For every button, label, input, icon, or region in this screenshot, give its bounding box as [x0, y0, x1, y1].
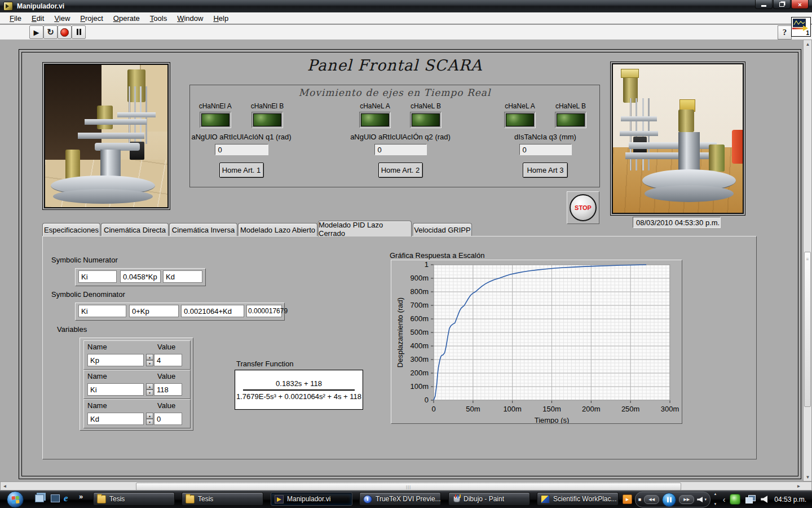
tab-cinematica-inversa[interactable]: Cinemática Inversa [169, 223, 237, 236]
media-pause-button[interactable] [662, 493, 676, 507]
top-plate [117, 112, 156, 117]
spinner-down-icon[interactable]: ▼ [146, 389, 153, 396]
q1-input[interactable]: 0 [215, 144, 268, 155]
taskbar: e » Tesis Tesis Manipulador.vi TrueTeX D… [0, 491, 812, 508]
variable-row-kd: Name Value Kd ▲ ▼ 0 [83, 399, 191, 428]
tray-chevron-icon[interactable]: ‹ [723, 495, 726, 504]
home-art-1-button[interactable]: Home Art. 1 [219, 163, 264, 178]
v-scroll-down-icon[interactable]: ▼ [805, 474, 811, 480]
minimize-button[interactable] [755, 0, 773, 9]
arm-plate-lower [625, 152, 720, 159]
variable-value-field[interactable]: 0 [154, 413, 182, 425]
home-art-3-button[interactable]: Home Art 3 [523, 163, 568, 178]
stop-button[interactable]: STOP [570, 194, 597, 221]
menu-item-operate[interactable]: Operate [108, 13, 145, 24]
variable-value-field[interactable]: 4 [154, 354, 182, 366]
task-button-tesis-2[interactable]: Tesis [182, 492, 263, 506]
paint-icon [453, 496, 460, 502]
h-scrollbar[interactable]: ◄ ||| ► [0, 481, 812, 491]
task-button-paint[interactable]: Dibujo - Paint [448, 492, 530, 506]
q3-input[interactable]: 0 [519, 144, 572, 155]
menu-item-help[interactable]: Help [208, 13, 233, 24]
system-tray: ‹ 04:53 p.m. [723, 491, 812, 508]
h-scroll-thumb[interactable]: ||| [136, 483, 681, 491]
quick-launch-chevron-icon[interactable]: » [79, 492, 83, 501]
task-button-tesis-1[interactable]: Tesis [93, 492, 175, 506]
spinner-up-icon[interactable]: ▲ [146, 354, 153, 360]
task-button-truetex[interactable]: TrueTeX DVI Previe... [359, 492, 441, 506]
tray-network-icon[interactable] [745, 495, 756, 503]
spinner-down-icon[interactable]: ▼ [146, 360, 153, 366]
step-response-chart: 050m100m150m200m250m300m0100m200m300m400… [391, 260, 682, 424]
numerator-cell-0[interactable]: Ki [78, 270, 117, 283]
media-next-button[interactable]: ▶▶ [679, 495, 694, 504]
home-art-2-button[interactable]: Home Art. 2 [378, 163, 423, 178]
media-volume-button[interactable]: ▼ [697, 497, 707, 502]
tab-velocidad-gripp[interactable]: Velocidad GRIPP [413, 223, 472, 236]
deskband-resize-control[interactable]: ▲▼ [712, 492, 718, 506]
svg-text:800m: 800m [410, 287, 429, 296]
spinner-up-icon[interactable]: ▲ [146, 413, 153, 419]
denominator-cell-2[interactable]: 0.0021064+Kd [181, 305, 244, 317]
restore-button[interactable] [773, 0, 791, 9]
tab-modelado-pid-lazo-cerrado[interactable]: Modelado PID Lazo Cerrado [318, 221, 412, 237]
close-button[interactable]: × [791, 0, 809, 9]
v-scrollbar[interactable]: ▲ ≡ ▼ [803, 40, 812, 481]
taskbar-clock: 04:53 p.m. [774, 496, 806, 503]
menu-item-window[interactable]: Window [172, 13, 208, 24]
variable-name-field[interactable]: Ki [87, 383, 144, 396]
stop-frame: STOP [567, 191, 599, 224]
variable-value-field[interactable]: 118 [154, 383, 182, 396]
variable-name-field[interactable]: Kp [87, 354, 144, 366]
media-toolbar: ■ ◀◀ ▶▶ ▼ [635, 492, 710, 507]
spinner-up-icon[interactable]: ▲ [146, 383, 153, 389]
channel-a-label: cHaNeL A [360, 102, 390, 110]
numerator-cell-2[interactable]: Kd [163, 270, 202, 283]
run-continuous-button[interactable]: ↻ [43, 25, 58, 39]
internet-explorer-icon[interactable]: e [64, 493, 68, 504]
screen: Manipulador.vi × File Edit View Project … [0, 0, 812, 508]
denominator-cell-3[interactable]: 0.000017679 [246, 305, 282, 317]
h-scroll-left-icon[interactable]: ◄ [2, 483, 8, 489]
menu-item-view[interactable]: View [49, 13, 75, 24]
h-scroll-right-icon[interactable]: ► [796, 483, 802, 489]
media-stop-button[interactable]: ■ [638, 497, 641, 502]
spinner-down-icon[interactable]: ▼ [146, 419, 153, 425]
task-button-workplace[interactable]: Scientific WorkPlac... [537, 492, 619, 506]
tray-app-icon[interactable] [730, 494, 740, 505]
media-previous-button[interactable]: ◀◀ [644, 495, 659, 504]
abort-button[interactable] [58, 25, 72, 39]
numerator-cell-1[interactable]: 0.0458*Kp [120, 270, 161, 283]
menu-item-edit[interactable]: Edit [27, 13, 49, 24]
name-header: Name [87, 401, 107, 410]
realtime-group-title: Movimiento de ejes en Tiempo Real [190, 87, 599, 98]
svg-text:400m: 400m [410, 341, 429, 350]
q2-label: aNgUlO aRtIcUlAcIÓn q2 (rad) [350, 133, 451, 141]
denominator-cell-1[interactable]: 0+Kp [129, 305, 179, 317]
menu-item-tools[interactable]: Tools [145, 13, 172, 24]
channel-a-label: cHaNeL A [505, 102, 535, 110]
remote-desktop-icon[interactable] [51, 494, 60, 502]
svg-text:300m: 300m [410, 355, 429, 364]
svg-text:600m: 600m [410, 314, 429, 323]
base-plate-bottom [645, 185, 734, 202]
tray-volume-icon[interactable] [761, 496, 767, 503]
media-deskband-icon[interactable]: ▶ [623, 494, 632, 504]
channel-a-led [359, 112, 391, 128]
tab-especificaciones[interactable]: Especificaciones [42, 223, 100, 236]
q2-input[interactable]: 0 [374, 144, 427, 155]
v-scroll-thumb[interactable]: ≡ [804, 252, 811, 407]
denominator-cell-0[interactable]: Ki [78, 305, 126, 317]
tab-cinematica-directa[interactable]: Cinemática Directa [101, 223, 169, 236]
v-scroll-up-icon[interactable]: ▲ [805, 41, 811, 47]
start-button[interactable] [7, 491, 24, 508]
run-button[interactable]: ▶ [29, 25, 43, 39]
menu-item-project[interactable]: Project [75, 13, 108, 24]
tab-modelado-lazo-abierto[interactable]: Modelado Lazo Abierto [238, 223, 317, 236]
pause-button[interactable] [72, 25, 86, 39]
variable-name-field[interactable]: Kd [87, 413, 144, 425]
menu-item-file[interactable]: File [5, 13, 27, 24]
task-button-manipulador[interactable]: Manipulador.vi [271, 492, 352, 506]
help-button[interactable]: ? [778, 25, 792, 40]
show-desktop-icon[interactable] [35, 494, 44, 502]
